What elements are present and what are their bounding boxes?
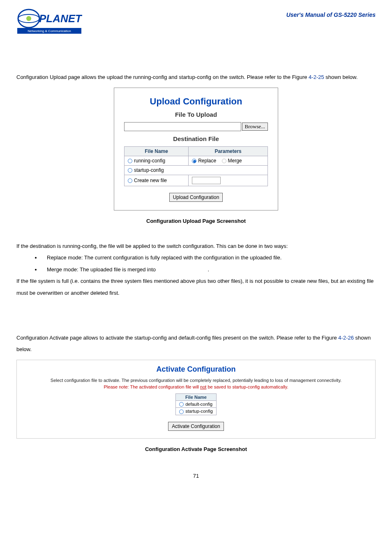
upload-config-screenshot: Upload Configuration File To Upload Brow… [114, 88, 278, 210]
brand-logo: PLANET Networking & Communication [16, 8, 82, 35]
upload-intro-a: Configuration Upload page allows the upl… [16, 74, 309, 80]
create-new-file-label: Create new file [134, 178, 167, 183]
radio-create-new-file[interactable] [128, 178, 132, 183]
upload-screenshot-caption: Configuration Upload Page Screenshot [16, 218, 376, 224]
th-file-name: File Name [125, 146, 189, 156]
upload-configuration-button[interactable]: Upload Configuration [169, 193, 223, 202]
radio-startup-config[interactable] [128, 168, 132, 173]
activate-screenshot-caption: Configuration Activate Page Screenshot [16, 446, 376, 452]
figure-ref-activate: 4-2-26 [338, 335, 354, 341]
merge-label: Merge [228, 158, 242, 164]
radio-merge[interactable] [222, 159, 226, 163]
page-number: 71 [16, 473, 376, 479]
default-config-label: default-config [185, 402, 212, 407]
new-file-name-input[interactable] [192, 177, 221, 184]
upload-desc-2: If the file system is full (i.e. contain… [16, 275, 376, 299]
activate-desc-line: Select configuration file to activate. T… [21, 378, 371, 383]
upload-desc-1: If the destination is running-config, th… [16, 240, 376, 252]
activate-warning: Please note: The activated configuration… [21, 384, 371, 389]
upload-intro-paragraph: Configuration Upload page allows the upl… [16, 72, 376, 83]
file-upload-input[interactable] [124, 122, 241, 131]
radio-running-config[interactable] [128, 159, 132, 163]
th-parameters: Parameters [189, 146, 268, 156]
svg-text:PLANET: PLANET [39, 12, 82, 25]
activate-file-table: File Name default-config startup-config [175, 393, 217, 415]
destination-file-label: Destination File [122, 135, 270, 142]
file-to-upload-label: File To Upload [122, 111, 270, 118]
activate-configuration-button[interactable]: Activate Configuration [168, 422, 224, 431]
bullet-replace-mode: Replace mode: The current configuration … [41, 252, 376, 264]
running-config-label: running-config [134, 158, 165, 164]
radio-startup-config-2[interactable] [179, 409, 184, 414]
activate-config-screenshot: Activate Configuration Select configurat… [16, 360, 376, 439]
activate-config-title: Activate Configuration [21, 365, 371, 374]
radio-replace[interactable] [192, 159, 196, 163]
manual-title: User's Manual of GS-5220 Series [286, 12, 376, 18]
replace-label: Replace [198, 158, 216, 164]
activate-th-file-name: File Name [176, 393, 217, 400]
svg-text:Networking & Communication: Networking & Communication [28, 29, 71, 33]
upload-config-title: Upload Configuration [122, 96, 270, 107]
activate-intro-a: Configuration Activate page allows to ac… [16, 335, 338, 341]
destination-file-table: File Name Parameters running-config Repl… [124, 146, 268, 186]
radio-default-config[interactable] [179, 402, 184, 407]
upload-intro-b: shown below. [324, 74, 358, 80]
svg-point-2 [26, 16, 31, 21]
bullet-merge-mode: Merge mode: The uploaded file is merged … [41, 264, 376, 276]
startup-config-label-2: startup-config [185, 409, 213, 414]
activate-intro-paragraph: Configuration Activate page allows to ac… [16, 332, 376, 356]
startup-config-label: startup-config [134, 167, 164, 173]
browse-button[interactable]: Browse... [242, 123, 268, 131]
figure-ref-upload: 4-2-25 [309, 74, 324, 80]
